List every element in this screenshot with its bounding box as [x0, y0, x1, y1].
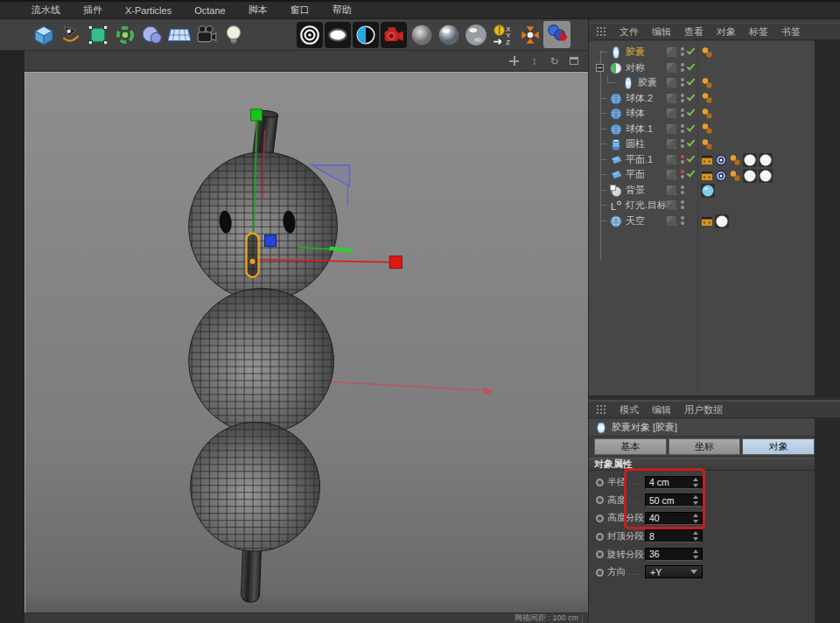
viewport-pan-icon[interactable]: [508, 55, 521, 67]
layer-toggle[interactable]: [667, 186, 676, 195]
compare-ab-tool-icon[interactable]: [353, 22, 379, 48]
object-name[interactable]: 平面: [626, 168, 645, 181]
object-row[interactable]: 球体.1: [589, 122, 815, 137]
visibility-dots[interactable]: [680, 94, 684, 103]
enabled-check-icon[interactable]: [687, 168, 696, 177]
tree-expander-icon[interactable]: [596, 60, 610, 75]
layer-toggle[interactable]: [667, 78, 676, 88]
composite-tag-icon[interactable]: [701, 215, 713, 228]
visibility-dots[interactable]: [680, 139, 684, 149]
panel-grip-icon[interactable]: [596, 26, 606, 37]
object-row[interactable]: L灯光.目标.1: [589, 198, 815, 214]
camera-tool-icon[interactable]: [192, 21, 220, 48]
menubar-item[interactable]: 窗口: [290, 4, 310, 17]
value-input[interactable]: 36: [645, 548, 703, 561]
visibility-dots[interactable]: [680, 216, 684, 226]
object-name[interactable]: 天空: [626, 214, 645, 228]
value-input[interactable]: 4 cm: [645, 476, 703, 489]
enabled-check-icon[interactable]: [687, 122, 696, 131]
enabled-check-icon[interactable]: [687, 46, 696, 54]
plane-grid-tool-icon[interactable]: [165, 21, 192, 48]
object-manager-menu-item[interactable]: 标签: [749, 25, 768, 38]
stepper-arrows-icon[interactable]: [692, 531, 698, 541]
attribute-manager-menu-item[interactable]: 用户数据: [684, 403, 723, 416]
keyframe-dial-icon[interactable]: [596, 496, 604, 504]
object-name[interactable]: 圆柱: [626, 137, 645, 150]
keyframe-dial-icon[interactable]: [596, 569, 604, 577]
viewport-canvas[interactable]: [24, 72, 588, 612]
target-tag-icon[interactable]: [715, 154, 727, 166]
visibility-dots[interactable]: [680, 108, 684, 118]
render-settings-tool-icon[interactable]: [381, 22, 407, 48]
attribute-tab-selected[interactable]: 对象: [742, 438, 815, 455]
object-row[interactable]: 对称: [589, 60, 815, 76]
material-tag-icon[interactable]: [759, 169, 773, 183]
composite-tag-icon[interactable]: [701, 154, 713, 166]
attribute-tab-item[interactable]: 基本: [594, 438, 667, 455]
object-manager-menu-item[interactable]: 文件: [620, 25, 639, 38]
object-row[interactable]: 胶囊: [589, 45, 815, 60]
visibility-dots[interactable]: [680, 78, 684, 88]
material-tag-icon[interactable]: [759, 153, 773, 167]
material-tag-icon[interactable]: [743, 153, 757, 167]
object-row[interactable]: 天空: [589, 214, 815, 229]
layer-toggle[interactable]: [667, 124, 676, 134]
phong-tag-icon[interactable]: [729, 170, 741, 182]
viewport-zoom-icon[interactable]: ↕: [528, 55, 541, 67]
layer-toggle[interactable]: [667, 155, 676, 164]
keyframe-dial-icon[interactable]: [596, 550, 604, 558]
stepper-arrows-icon[interactable]: [692, 478, 698, 487]
phong-tag-icon[interactable]: [701, 46, 713, 59]
material-tag-icon[interactable]: [715, 214, 729, 228]
object-name[interactable]: 对称: [626, 61, 645, 74]
menubar-item[interactable]: Octane: [194, 5, 225, 16]
object-name[interactable]: 球体.1: [626, 122, 653, 136]
enabled-check-icon[interactable]: [687, 92, 696, 101]
stepper-arrows-icon[interactable]: [692, 495, 698, 505]
material-tag-icon[interactable]: [743, 169, 757, 183]
phong-tag-icon[interactable]: [701, 122, 713, 135]
material-tag-icon[interactable]: [701, 184, 715, 198]
enabled-check-icon[interactable]: [687, 107, 696, 116]
coordinates-xyz-tool-icon[interactable]: XYZ: [489, 21, 516, 48]
object-manager-menu-item[interactable]: 对象: [717, 25, 736, 38]
attribute-tab-item[interactable]: 坐标: [668, 438, 741, 455]
visibility-dots[interactable]: [680, 170, 684, 179]
visibility-dots[interactable]: [680, 155, 684, 164]
object-row[interactable]: 背景: [589, 183, 815, 199]
menubar-item[interactable]: X-Particles: [125, 5, 172, 16]
visibility-dots[interactable]: [680, 124, 684, 134]
phong-tag-icon[interactable]: [701, 138, 713, 150]
object-name[interactable]: 球体.2: [626, 92, 653, 105]
phong-tag-icon[interactable]: [701, 108, 713, 120]
menubar-item[interactable]: 流水线: [32, 4, 60, 17]
phong-tag-icon[interactable]: [729, 154, 741, 166]
object-name[interactable]: 平面.1: [626, 153, 653, 166]
nurbs-generator-tool-icon[interactable]: [111, 21, 138, 48]
direction-dropdown[interactable]: +Y: [645, 565, 703, 578]
viewport-maximize-icon[interactable]: [568, 55, 581, 67]
value-input[interactable]: 40: [645, 512, 703, 525]
visibility-dots[interactable]: [680, 63, 684, 73]
layer-toggle[interactable]: [667, 139, 676, 149]
object-manager-menu-item[interactable]: 编辑: [652, 25, 671, 38]
layer-toggle[interactable]: [667, 63, 676, 73]
stepper-arrows-icon[interactable]: [692, 514, 698, 523]
visibility-dots[interactable]: [680, 47, 684, 57]
layer-toggle[interactable]: [667, 200, 676, 210]
object-row[interactable]: 胶囊: [589, 75, 815, 91]
layer-toggle[interactable]: [667, 94, 676, 103]
object-row[interactable]: 平面.1: [589, 152, 815, 168]
menubar-item[interactable]: 脚本: [248, 4, 268, 17]
phong-tag-icon[interactable]: [701, 92, 713, 104]
object-manager-menu-item[interactable]: 查看: [684, 25, 704, 38]
value-input[interactable]: 8: [645, 529, 703, 542]
object-row[interactable]: 球体: [589, 106, 815, 122]
object-row[interactable]: 圆柱: [589, 136, 815, 152]
enabled-check-icon[interactable]: [687, 61, 696, 70]
target-tag-icon[interactable]: [715, 170, 727, 182]
visibility-dots[interactable]: [680, 200, 684, 210]
menubar-item[interactable]: 插件: [83, 4, 102, 17]
keyframe-dial-icon[interactable]: [596, 479, 604, 486]
render-region-tool-icon[interactable]: [325, 22, 351, 48]
